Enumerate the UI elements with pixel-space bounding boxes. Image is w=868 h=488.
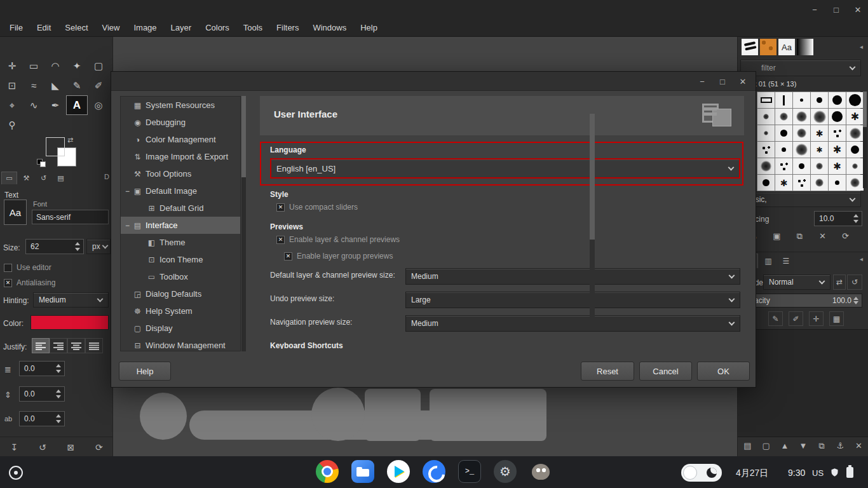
free-select-tool[interactable]: ◠ (44, 56, 66, 76)
brush-cell[interactable] (757, 92, 775, 108)
lock-position-icon[interactable]: ✛ (809, 311, 824, 326)
rectangle-select-tool[interactable]: ▭ (23, 56, 44, 76)
ink-tool[interactable]: ✒ (44, 95, 66, 115)
menu-colors[interactable]: Colors (198, 19, 236, 37)
channels-tab[interactable]: ▥ (761, 254, 776, 268)
delete-brush-icon[interactable]: ✕ (815, 231, 830, 241)
brush-cell[interactable] (829, 125, 846, 141)
new-group-icon[interactable]: ▢ (759, 441, 773, 451)
brush-cell[interactable] (757, 142, 775, 158)
new-layer-icon[interactable]: ▤ (740, 441, 755, 451)
menu-tools[interactable]: Tools (236, 19, 269, 37)
app-files[interactable] (351, 460, 374, 483)
color-picker-tool[interactable]: ◎ (88, 95, 109, 115)
menu-layer[interactable]: Layer (164, 19, 199, 37)
mode-switch-icon[interactable]: ⇄ (833, 274, 846, 290)
use-editor-box[interactable] (4, 264, 12, 272)
brush-cell[interactable] (846, 158, 864, 174)
category-display[interactable]: ▢Display (121, 320, 240, 337)
dock-menu-icon[interactable]: ◂ (860, 43, 863, 50)
category-image-import-export[interactable]: ⇅Image Import & Export (121, 148, 240, 165)
app-chrome[interactable] (316, 460, 339, 483)
dialog-maximize-icon[interactable]: □ (716, 77, 729, 86)
patterns-tab[interactable] (760, 39, 776, 55)
compact-sliders-checkbox[interactable]: ✕ Use compact sliders (276, 203, 358, 212)
delete-layer-icon[interactable]: ✕ (851, 441, 866, 451)
pencil-tool[interactable]: ✎ (66, 76, 88, 95)
brush-cell[interactable]: ✱ (811, 142, 828, 158)
bucket-fill-tool[interactable]: ◣ (44, 76, 66, 95)
justify-fill-icon[interactable] (85, 338, 103, 353)
lock-pixels-icon[interactable]: ✎ (768, 311, 783, 326)
menu-edit[interactable]: Edit (30, 19, 58, 37)
layer-group-previews-checkbox[interactable]: ✕ Enable layer group previews (284, 252, 393, 261)
brushes-tab[interactable] (742, 39, 758, 55)
brush-cell[interactable] (775, 92, 792, 108)
restore-icon[interactable]: □ (830, 5, 843, 15)
category-window-management[interactable]: ⊟Window Management (121, 337, 240, 351)
hinting-dropdown[interactable]: Medium (33, 292, 109, 308)
help-button[interactable]: Help (119, 362, 171, 381)
brush-cell[interactable] (811, 92, 828, 108)
brush-cell[interactable] (775, 158, 792, 174)
refresh-brushes-icon[interactable]: ⟳ (838, 231, 853, 241)
paths-tab[interactable]: ☰ (778, 254, 794, 268)
category-system-resources[interactable]: ▦System Resources (121, 97, 240, 114)
category-icon-theme[interactable]: ⊡Icon Theme (121, 251, 240, 268)
brush-cell[interactable] (846, 175, 864, 191)
undo-history-tab[interactable]: ↺ (36, 172, 51, 184)
zoom-tool[interactable]: ⚲ (1, 115, 23, 135)
menu-view[interactable]: View (95, 19, 127, 37)
antialiasing-box[interactable]: ✕ (4, 279, 12, 287)
brush-filter-input[interactable]: filter (740, 60, 861, 76)
layers-list[interactable] (738, 329, 868, 437)
brush-cell[interactable] (846, 142, 864, 158)
category-debugging[interactable]: ◉Debugging (121, 114, 240, 131)
brush-cell[interactable] (793, 92, 810, 108)
brush-tags-input[interactable]: Basic, (740, 192, 861, 207)
opacity-slider[interactable]: Opacity 100.0 (740, 294, 862, 308)
menu-select[interactable]: Select (58, 19, 95, 37)
dialog-titlebar[interactable]: − □ ✕ (111, 72, 756, 91)
brush-cell[interactable] (846, 125, 864, 141)
brush-cell[interactable] (811, 175, 828, 191)
clone-tool[interactable]: ⌖ (1, 95, 23, 115)
anchor-layer-icon[interactable]: ⚓ (833, 441, 848, 451)
fonts-tab[interactable]: Aa (778, 39, 795, 55)
reset-tool-options-icon[interactable]: ⟳ (95, 442, 103, 452)
gradients-tab[interactable] (797, 39, 813, 55)
category-scrollbar[interactable] (241, 96, 246, 351)
dialog-close-icon[interactable]: ✕ (736, 77, 749, 86)
menu-windows[interactable]: Windows (306, 19, 353, 37)
brush-cell[interactable] (757, 109, 775, 125)
language-dropdown[interactable]: English [en_US] (270, 158, 740, 179)
minimize-icon[interactable]: − (808, 5, 821, 15)
category-help-system[interactable]: ☸Help System (121, 302, 240, 320)
ok-button[interactable]: OK (697, 362, 750, 381)
duplicate-layer-icon[interactable]: ⧉ (815, 441, 829, 451)
device-status-tab[interactable]: ⚒ (18, 172, 34, 184)
tool-options-tab[interactable]: ▭ (1, 172, 17, 184)
brush-cell[interactable] (811, 158, 828, 174)
category-theme[interactable]: ◧Theme (121, 234, 240, 251)
expander-icon[interactable]: − (123, 187, 132, 196)
use-editor-checkbox[interactable]: Use editor (4, 263, 51, 272)
brush-cell[interactable] (793, 109, 810, 125)
brush-cell[interactable]: ✱ (829, 142, 846, 158)
indent-spinner[interactable]: 0.0 (19, 361, 65, 376)
paintbrush-tool[interactable]: ✐ (88, 76, 109, 95)
size-spinner[interactable]: 62 (25, 239, 84, 254)
brush-cell[interactable] (846, 92, 864, 108)
swap-colors-icon[interactable]: ⇄ (67, 136, 73, 144)
clock-label[interactable]: 9:30 (788, 468, 805, 478)
cancel-button[interactable]: Cancel (639, 362, 692, 381)
category-interface[interactable]: −▤Interface (121, 217, 240, 234)
font-input[interactable]: Sans-serif (32, 210, 109, 224)
app-play-store[interactable] (387, 460, 410, 483)
line-spacing-spinner[interactable]: 0.0 (19, 386, 65, 402)
brush-cell[interactable] (775, 142, 792, 158)
antialiasing-checkbox[interactable]: ✕ Antialiasing (4, 278, 55, 287)
content-scrollbar[interactable] (590, 114, 595, 325)
layer-mode-dropdown[interactable]: Normal (763, 274, 831, 290)
default-preview-size-dropdown[interactable]: Medium (405, 268, 740, 285)
